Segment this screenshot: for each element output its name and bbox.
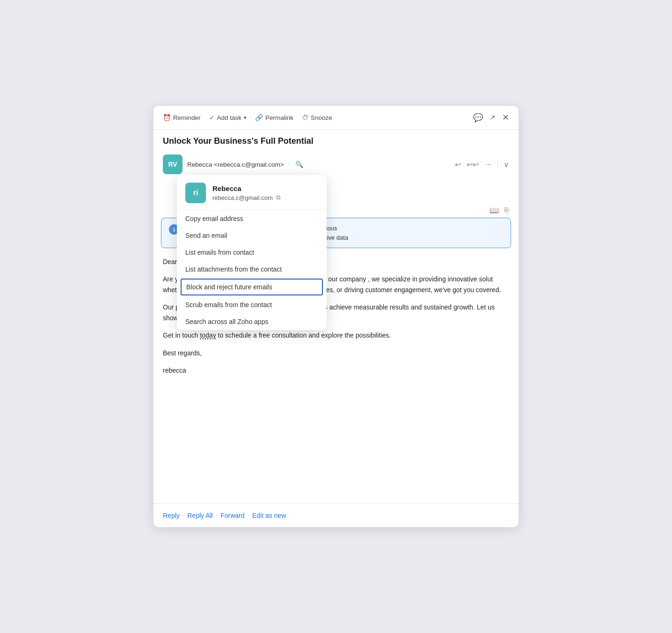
forward-icon[interactable]: →: [484, 160, 492, 169]
copy-email-icon[interactable]: ⧉: [276, 194, 280, 201]
more-icon[interactable]: ∨: [504, 160, 509, 169]
dropdown-contact-header: ri Rebecca rebecca.c@gmail.com ⧉: [177, 175, 327, 210]
email-panel: ⏰ Reminder ✓ Add task ▾ 🔗 Permalink ⏱ Sn…: [153, 106, 519, 527]
addtask-button[interactable]: ✓ Add task ▾: [209, 114, 247, 121]
reply-bar: Reply · Reply All · Forward · Edit as ne…: [153, 503, 519, 527]
toolbar: ⏰ Reminder ✓ Add task ▾ 🔗 Permalink ⏱ Sn…: [153, 106, 519, 130]
dropdown-menu: Copy email addressSend an emailList emai…: [177, 210, 327, 330]
reminder-button[interactable]: ⏰ Reminder: [163, 114, 201, 121]
dropdown-item-list-emails[interactable]: List emails from contact: [177, 244, 327, 261]
close-icon[interactable]: ✕: [502, 112, 509, 123]
sender-info: Rebecca <rebecca.c@gmail.com> · 🔍: [187, 160, 303, 169]
contact-avatar: ri: [185, 183, 206, 203]
snooze-icon: ⏱: [302, 114, 308, 121]
share-icon[interactable]: ⎘: [504, 206, 509, 215]
sender-display: Rebecca <rebecca.c@gmail.com>: [187, 161, 284, 168]
sign2: rebecca: [163, 365, 509, 376]
link-icon: 🔗: [255, 114, 263, 121]
dot-separator: ·: [288, 160, 290, 169]
forward-button[interactable]: Forward: [220, 512, 244, 519]
sender-avatar: RV: [163, 155, 183, 174]
reply-icon[interactable]: ↩: [455, 160, 461, 169]
action-divider: [497, 160, 498, 169]
email-subject: Unlock Your Business's Full Potential: [153, 130, 519, 150]
reading-mode-icon[interactable]: 📖: [489, 206, 499, 215]
body-para3: Get in touch today to schedule a free co…: [163, 330, 509, 341]
dropdown-item-search-zoho[interactable]: Search across all Zoho apps: [177, 313, 327, 330]
expand-icon[interactable]: ↗: [489, 113, 496, 122]
sender-search-icon[interactable]: 🔍: [295, 161, 303, 168]
dropdown-item-list-attachments[interactable]: List attachments from the contact: [177, 261, 327, 278]
sender-row: RV Rebecca <rebecca.c@gmail.com> · 🔍 ↩ ↩…: [153, 150, 519, 179]
dropdown-item-send-email[interactable]: Send an email: [177, 227, 327, 244]
reminder-icon: ⏰: [163, 114, 171, 121]
check-icon: ✓: [209, 114, 215, 121]
reply-all-button[interactable]: Reply All: [187, 512, 212, 519]
edit-as-new-button[interactable]: Edit as new: [252, 512, 286, 519]
contact-details: Rebecca rebecca.c@gmail.com ⧉: [212, 184, 280, 201]
contact-name: Rebecca: [212, 184, 280, 192]
chat-icon[interactable]: 💬: [473, 113, 483, 123]
dropdown-item-block-reject[interactable]: Block and reject future emails: [181, 279, 323, 295]
reply-all-icon[interactable]: ↩↩: [467, 160, 479, 169]
contact-dropdown: ri Rebecca rebecca.c@gmail.com ⧉ Copy em…: [177, 175, 327, 330]
dropdown-item-scrub-emails[interactable]: Scrub emails from the contact: [177, 296, 327, 313]
contact-email: rebecca.c@gmail.com: [212, 194, 273, 201]
addtask-chevron-icon: ▾: [244, 115, 247, 121]
sign1: Best regards,: [163, 348, 509, 359]
reply-button[interactable]: Reply: [163, 512, 180, 519]
dropdown-item-copy-email[interactable]: Copy email address: [177, 210, 327, 227]
today-word: today: [200, 331, 216, 339]
snooze-button[interactable]: ⏱ Snooze: [302, 114, 332, 121]
toolbar-right: 💬 ↗ ✕: [473, 112, 509, 123]
permalink-button[interactable]: 🔗 Permalink: [255, 114, 293, 121]
sender-row-actions: ↩ ↩↩ → ∨: [455, 160, 509, 169]
